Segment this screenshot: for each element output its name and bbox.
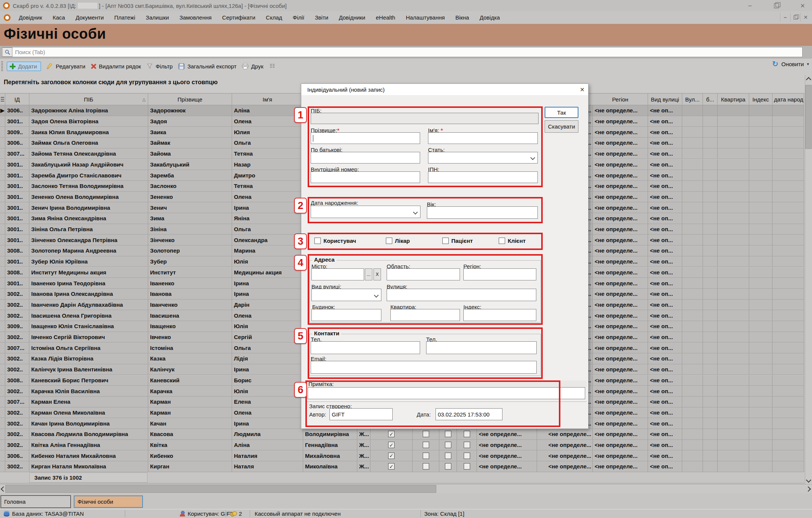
row-marker	[0, 127, 5, 137]
column-header-region[interactable]: Регіон	[593, 94, 648, 105]
table-row[interactable]: 3002..Кирган Наталя МиколаївнаКирганНата…	[0, 461, 804, 472]
checkbox-unchecked-icon[interactable]	[445, 453, 451, 459]
export-button[interactable]: Загальний експорт	[178, 63, 237, 70]
refresh-button[interactable]: ↻ Оновити ▾	[772, 60, 809, 68]
refresh-caret-icon[interactable]: ▾	[807, 62, 809, 67]
column-header-fio[interactable]: ПІБ△	[29, 94, 148, 105]
cell-region: <не определе...	[593, 461, 648, 472]
dialog-title-bar[interactable]: Індивідуальний (новий запис) ×	[301, 84, 588, 95]
menu-item-каса[interactable]: Каса	[47, 14, 70, 21]
cell-indx-empty	[749, 429, 773, 439]
add-button[interactable]: Додати	[7, 62, 41, 71]
cell-vul-empty	[682, 116, 703, 127]
scroll-right-icon[interactable]	[806, 486, 812, 492]
checkbox-unchecked-icon[interactable]	[464, 453, 470, 459]
menu-item-довідник[interactable]: Довідник	[14, 14, 47, 21]
menu-item-склад[interactable]: Склад	[261, 14, 287, 21]
cell-flag[interactable]: ✓	[370, 440, 413, 450]
column-header-name[interactable]: Ім'я	[232, 94, 303, 105]
menu-item-звіти[interactable]: Звіти	[310, 14, 334, 21]
cell-flag[interactable]	[457, 429, 477, 439]
checkbox-unchecked-icon[interactable]	[445, 442, 451, 448]
search-icon[interactable]	[2, 47, 12, 57]
column-header-gutter[interactable]	[0, 94, 5, 105]
menu-item-сертифікати[interactable]: Сертифікати	[217, 14, 261, 21]
menu-item-документи[interactable]: Документи	[70, 14, 109, 21]
table-row[interactable]: 3002..Квітка Аліна ГеннадіївнаКвіткаАлін…	[0, 440, 804, 451]
column-header-indx[interactable]: Індекс	[749, 94, 773, 105]
table-row[interactable]: 3002..Квасова Людмила ВолодимирівнаКвасо…	[0, 429, 804, 440]
ok-button[interactable]: Так	[545, 107, 578, 118]
cell-flag[interactable]: ✓	[370, 429, 413, 439]
filter-button[interactable]: Фільтр	[146, 63, 173, 70]
menu-item-платежі[interactable]: Платежі	[109, 14, 141, 21]
restore-button[interactable]	[772, 2, 780, 9]
scroll-up-icon[interactable]	[806, 76, 811, 82]
cell-flag[interactable]	[413, 429, 439, 439]
table-row[interactable]: 3006..Кибенко Наталия МихайловнаКибенкоН…	[0, 450, 804, 461]
tab-persons-active[interactable]: Фізичні особи	[74, 495, 143, 508]
cell-flag[interactable]	[439, 461, 457, 472]
checkbox-unchecked-icon[interactable]	[445, 431, 451, 437]
cell-flag[interactable]	[413, 440, 439, 450]
cell-flag[interactable]: ✓	[370, 461, 413, 472]
checkbox-unchecked-icon[interactable]	[423, 463, 429, 470]
cell-flag[interactable]	[457, 461, 477, 472]
cancel-button[interactable]: Скасувати	[545, 120, 578, 133]
search-input[interactable]: Поиск (Tab)	[2, 47, 803, 57]
checkbox-checked-icon[interactable]: ✓	[388, 463, 395, 470]
dialog-close-button[interactable]: ×	[580, 86, 584, 93]
menu-item-довідники[interactable]: Довідники	[334, 14, 370, 21]
column-header-vidvul[interactable]: Вид вулиці	[648, 94, 682, 105]
edit-button[interactable]: Редагувати	[46, 63, 85, 70]
cell-flag[interactable]	[413, 461, 439, 472]
checkbox-unchecked-icon[interactable]	[464, 463, 470, 470]
cell-flag[interactable]: ✓	[370, 450, 413, 461]
checkbox-checked-icon[interactable]: ✓	[388, 453, 395, 459]
tab-home[interactable]: Головна	[1, 495, 71, 508]
column-header-kvart[interactable]: Квартира	[718, 94, 749, 105]
column-header-vul[interactable]: Вул...	[682, 94, 703, 105]
mdi-minimize-button[interactable]: –	[780, 13, 790, 22]
checkbox-unchecked-icon[interactable]	[423, 453, 429, 459]
checkbox-unchecked-icon[interactable]	[423, 431, 429, 437]
close-button[interactable]: ×	[798, 2, 807, 9]
checkbox-unchecked-icon[interactable]	[423, 442, 429, 448]
cell-flag[interactable]	[439, 440, 457, 450]
scroll-left-icon[interactable]	[0, 486, 5, 492]
minimize-button[interactable]: –	[746, 2, 754, 9]
column-header-bld[interactable]: б...	[703, 94, 718, 105]
delete-row-button[interactable]: Видалити рядок	[91, 63, 141, 70]
mdi-close-button[interactable]: ✕	[800, 13, 810, 22]
column-header-surname[interactable]: Прізвище	[148, 94, 232, 105]
menu-item-вікна[interactable]: Вікна	[450, 14, 475, 21]
checkbox-unchecked-icon[interactable]	[464, 431, 470, 437]
grid-corner-icon	[1, 97, 4, 101]
cell-flag[interactable]	[439, 450, 457, 461]
cell-flag[interactable]	[439, 429, 457, 439]
menu-item-залишки[interactable]: Залишки	[141, 14, 175, 21]
menu-item-філії[interactable]: Філії	[287, 14, 310, 21]
menu-item-довідка[interactable]: Довідка	[474, 14, 505, 21]
mdi-restore-button[interactable]	[790, 13, 800, 22]
checkbox-checked-icon[interactable]: ✓	[388, 431, 395, 437]
cell-vul-empty	[682, 159, 703, 170]
menu-item-налаштування[interactable]: Налаштування	[401, 14, 450, 21]
scroll-down-icon[interactable]	[806, 477, 811, 483]
print-button[interactable]: Друк	[242, 63, 263, 70]
cell-flag[interactable]	[457, 450, 477, 461]
toolbar-grip[interactable]	[1, 61, 3, 71]
cell-flag[interactable]	[413, 450, 439, 461]
column-header-id[interactable]: ІД	[5, 94, 29, 105]
checkbox-checked-icon[interactable]: ✓	[388, 442, 395, 448]
checkbox-unchecked-icon[interactable]	[464, 442, 470, 448]
cell-flag[interactable]	[457, 440, 477, 450]
cell-bld-empty	[703, 300, 718, 310]
vertical-scrollbar-thumb[interactable]	[805, 85, 812, 149]
column-header-dnar[interactable]: дата народ	[773, 94, 804, 105]
columns-icon[interactable]	[269, 63, 276, 70]
menu-item-замовлення[interactable]: Замовлення	[174, 14, 217, 21]
menu-item-ehealth[interactable]: eHealth	[370, 14, 401, 21]
checkbox-unchecked-icon[interactable]	[445, 463, 451, 470]
horizontal-scrollbar-thumb[interactable]	[5, 485, 436, 493]
